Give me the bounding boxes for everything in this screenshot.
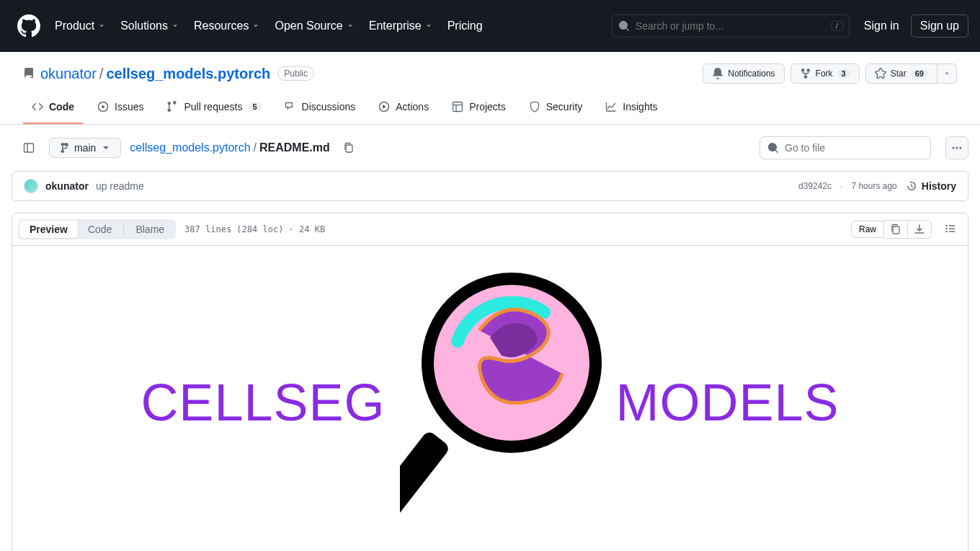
nav-resources[interactable]: Resources [194,19,260,32]
download-button[interactable] [908,220,932,239]
svg-point-9 [953,147,955,149]
chevron-down-icon [171,22,179,30]
project-logo: CELLSEG MODELS [141,269,839,536]
side-panel-toggle[interactable] [17,136,40,159]
repo-owner-link[interactable]: okunator [40,66,97,82]
commit-author[interactable]: okunator [45,180,89,192]
commit-time: 7 hours ago [851,181,896,191]
tab-code[interactable]: Code [23,95,83,124]
avatar[interactable] [24,179,38,193]
insights-icon [605,101,617,113]
visibility-badge: Public [277,66,314,81]
tab-insights[interactable]: Insights [597,95,666,124]
raw-button[interactable]: Raw [851,221,884,238]
logo-text-right: MODELS [616,373,839,432]
star-button[interactable]: Star 69 [865,63,937,84]
triangle-down-icon [943,70,950,77]
tab-actions[interactable]: Actions [370,95,437,124]
commit-message[interactable]: up readme [96,180,144,192]
code-icon [32,101,43,113]
go-to-file-input[interactable] [785,142,923,154]
kebab-icon [951,142,963,154]
triangle-down-icon [100,142,112,154]
svg-point-1 [102,105,104,108]
repo-icon [23,68,35,79]
chevron-down-icon [97,22,106,30]
repo-name-link[interactable]: cellseg_models.pytorch [106,66,270,82]
discussion-icon [285,101,296,113]
preview-tab[interactable]: Preview [19,221,78,238]
fork-button[interactable]: Fork 3 [790,63,860,84]
commit-sha[interactable]: d39242c [798,181,832,191]
copy-path-button[interactable] [339,138,359,158]
svg-rect-6 [24,144,34,152]
chevron-down-icon [346,22,355,30]
copy-raw-button[interactable] [884,220,908,239]
repo-actions: Notifications Fork 3 Star 69 [703,63,957,84]
repo-header: okunator / cellseg_models.pytorch Public… [0,52,980,125]
star-icon [875,68,886,79]
bell-icon [712,68,723,79]
file-viewer: Preview Code Blame 387 lines (284 loc) ·… [12,213,968,551]
nav-opensource[interactable]: Open Source [275,19,354,32]
fork-count: 3 [837,69,850,78]
view-mode-segmented: Preview Code Blame [18,219,176,239]
global-nav: Product Solutions Resources Open Source … [55,19,612,32]
copy-icon [343,142,355,154]
repo-separator: / [99,66,104,82]
copy-icon [890,224,901,235]
tab-projects[interactable]: Projects [443,95,514,124]
nav-solutions[interactable]: Solutions [120,19,179,32]
repo-tabs: Code Issues Pull requests5 Discussions A… [23,95,957,124]
tab-pull-requests[interactable]: Pull requests5 [158,95,270,124]
list-icon [945,223,956,234]
side-panel-icon [23,142,35,154]
breadcrumb-repo-link[interactable]: cellseg_models.pytorch [130,141,250,154]
svg-point-14 [945,227,947,229]
svg-point-13 [945,224,947,226]
svg-point-10 [956,147,958,149]
file-header: main cellseg_models.pytorch / README.md [0,125,980,171]
tab-issues[interactable]: Issues [89,95,152,124]
segment-divider [123,224,124,235]
more-options-button[interactable] [945,136,968,159]
code-tab[interactable]: Code [78,221,122,238]
branch-icon [58,142,70,154]
sign-up-button[interactable]: Sign up [911,14,968,38]
projects-icon [452,101,463,113]
svg-rect-21 [400,430,451,533]
github-logo-icon[interactable] [17,14,40,38]
latest-commit-bar: okunator up readme d39242c · 7 hours ago… [12,171,968,201]
chevron-down-icon [424,22,433,30]
search-input[interactable] [636,20,831,32]
logo-text-left: CELLSEG [141,373,385,432]
history-link[interactable]: History [906,180,956,192]
shield-icon [529,101,540,113]
breadcrumb-file: README.md [259,141,330,154]
svg-rect-12 [893,226,899,234]
nav-pricing[interactable]: Pricing [447,19,483,32]
tab-security[interactable]: Security [520,95,592,124]
search-icon [767,142,779,154]
search-icon [618,20,630,32]
fork-icon [800,68,811,79]
pr-count: 5 [248,102,261,111]
notifications-button[interactable]: Notifications [703,63,784,84]
file-meta: 387 lines (284 loc) · 24 KB [184,224,325,234]
nav-enterprise[interactable]: Enterprise [369,19,433,32]
svg-rect-3 [453,102,463,112]
star-count: 69 [911,69,928,78]
commit-separator: · [840,181,842,191]
go-to-file-search[interactable] [760,136,931,159]
nav-product[interactable]: Product [55,19,106,32]
tab-discussions[interactable]: Discussions [276,95,365,124]
blame-tab[interactable]: Blame [125,221,174,238]
history-icon [906,180,917,192]
global-header: Product Solutions Resources Open Source … [0,0,980,52]
sign-in-link[interactable]: Sign in [864,19,899,32]
branch-select[interactable]: main [49,138,121,158]
download-icon [914,224,925,235]
star-dropdown[interactable] [937,63,957,84]
global-search[interactable]: / [612,14,850,38]
outline-button[interactable] [939,220,962,239]
